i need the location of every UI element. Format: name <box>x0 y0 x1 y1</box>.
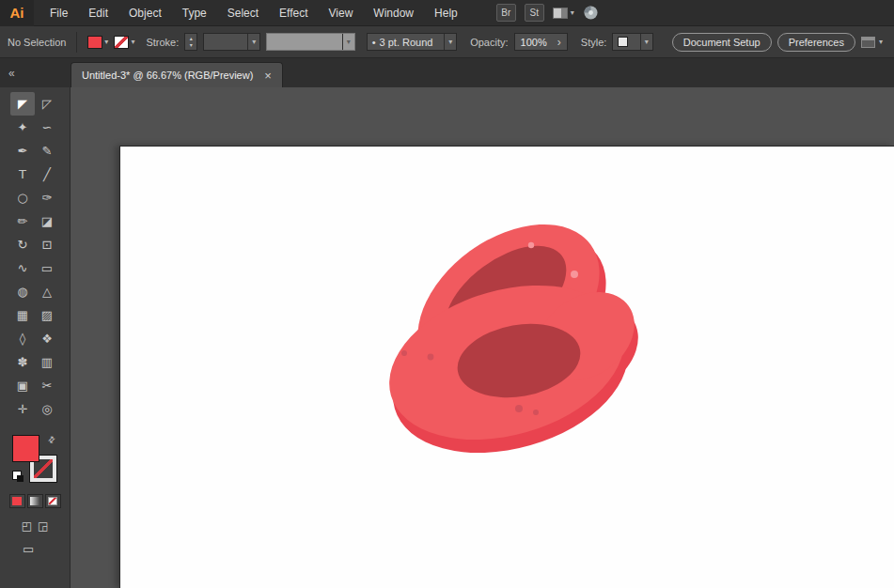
stock-button[interactable]: St <box>525 4 544 22</box>
menu-list: File Edit Object Type Select Effect View… <box>39 0 468 26</box>
base-dot-2 <box>428 354 434 361</box>
color-mode-button[interactable] <box>9 494 25 508</box>
tool-gradient[interactable]: ▨ <box>35 303 59 327</box>
control-panel-menu-icon <box>861 37 875 48</box>
tool-paintbrush[interactable]: ✑ <box>35 186 59 209</box>
tool-eyedropper[interactable]: ◊ <box>10 327 35 350</box>
opacity-field[interactable]: 100% › <box>514 33 568 51</box>
tab-close-icon[interactable]: × <box>264 70 272 82</box>
style-preview-swatch <box>618 37 628 47</box>
stepper-up-icon[interactable]: ▴ <box>190 36 193 42</box>
tool-pen[interactable]: ✒ <box>10 139 35 162</box>
separator <box>76 32 77 53</box>
tool-symbol-sprayer[interactable]: ✽ <box>10 350 35 374</box>
menu-window[interactable]: Window <box>363 0 424 26</box>
screen-mode-icon[interactable]: ▭ <box>23 542 34 556</box>
menu-edit[interactable]: Edit <box>78 0 118 26</box>
menu-effect[interactable]: Effect <box>269 0 318 26</box>
base-dot-3 <box>515 405 523 412</box>
artboard[interactable] <box>119 146 894 588</box>
tool-pencil[interactable]: ✏ <box>10 209 35 233</box>
tool-width[interactable]: ∿ <box>10 256 35 280</box>
tool-magic-wand[interactable]: ✦ <box>10 116 35 139</box>
lid-dot-2 <box>571 271 578 278</box>
chevron-down-icon: ▾ <box>252 39 256 46</box>
tool-perspective-grid[interactable]: △ <box>35 280 59 303</box>
chevron-down-icon: ▾ <box>347 39 351 46</box>
opacity-label: Opacity: <box>470 37 508 48</box>
tool-artboard[interactable]: ▣ <box>10 374 35 397</box>
tool-shape-builder[interactable]: ◍ <box>10 280 35 303</box>
tool-line-segment[interactable]: ╱ <box>35 162 59 186</box>
tool-type[interactable]: T <box>10 162 35 186</box>
draw-behind-icon[interactable]: ◲ <box>38 519 48 533</box>
stroke-color-control[interactable]: ▾ <box>114 36 134 49</box>
style-combobox[interactable]: ▾ <box>612 33 652 51</box>
menu-view[interactable]: View <box>319 0 364 26</box>
gradient-chip <box>30 497 39 505</box>
selection-status: No Selection <box>8 37 66 48</box>
stroke-label: Stroke: <box>146 37 179 48</box>
document-tab-strip: « Untitled-3* @ 66.67% (RGB/Preview) × <box>0 58 894 87</box>
gradient-mode-button[interactable] <box>27 494 43 508</box>
stroke-none-swatch[interactable] <box>114 36 129 49</box>
chevron-down-icon: ▾ <box>131 39 134 46</box>
style-label: Style: <box>581 37 607 48</box>
tool-zoom[interactable]: ◎ <box>35 397 59 421</box>
workspace-switcher[interactable]: ▾ <box>553 8 574 19</box>
draw-normal-icon[interactable]: ◰ <box>22 519 32 533</box>
illustrator-window: Ai File Edit Object Type Select Effect V… <box>0 0 894 588</box>
menu-bar: Ai File Edit Object Type Select Effect V… <box>0 0 894 26</box>
app-bar-cluster: Br St ▾ <box>496 4 599 22</box>
document-setup-button[interactable]: Document Setup <box>672 33 772 52</box>
stroke-weight-stepper[interactable]: ▴ ▾ <box>184 33 197 51</box>
gpu-performance-icon[interactable] <box>583 5 599 21</box>
menu-file[interactable]: File <box>39 0 78 26</box>
tool-slice[interactable]: ✂ <box>35 374 59 397</box>
tool-ellipse[interactable]: ○ <box>10 186 35 209</box>
stepper-down-icon[interactable]: ▾ <box>190 42 193 49</box>
fill-color-swatch[interactable] <box>87 36 102 49</box>
stroke-weight-combobox[interactable]: ▾ <box>203 33 260 51</box>
tool-column-graph[interactable]: ▥ <box>35 350 59 374</box>
fill-stroke-control: ⇄ <box>12 435 57 482</box>
tool-free-transform[interactable]: ▭ <box>35 256 59 280</box>
fill-color-control[interactable]: ▾ <box>87 36 108 49</box>
preferences-button[interactable]: Preferences <box>777 33 855 52</box>
none-mode-button[interactable] <box>45 494 61 508</box>
menu-type[interactable]: Type <box>172 0 217 26</box>
base-dot-4 <box>533 410 539 415</box>
width-profile-combobox-disabled: ▾ <box>266 33 355 51</box>
brush-definition-combobox[interactable]: • 3 pt. Round ▾ <box>367 33 458 51</box>
tool-direct-selection[interactable]: ◸ <box>35 92 59 116</box>
tool-curvature[interactable]: ✎ <box>35 139 59 162</box>
tool-rotate[interactable]: ↻ <box>10 233 35 256</box>
drawing-mode-buttons: ◰ ◲ <box>22 519 49 533</box>
control-panel-menu[interactable]: ▾ <box>861 37 886 48</box>
toolbar-collapse-button[interactable]: « <box>8 67 15 80</box>
default-fill-stroke-icon[interactable] <box>12 471 22 480</box>
artwork-avocado[interactable] <box>372 220 645 464</box>
tool-hand[interactable]: ✛ <box>10 397 35 421</box>
opacity-panel-chevron-icon[interactable]: › <box>557 37 561 48</box>
tool-selection[interactable]: ◤ <box>10 92 35 116</box>
tool-scale[interactable]: ⊡ <box>35 233 59 256</box>
bridge-button[interactable]: Br <box>496 4 516 22</box>
canvas[interactable] <box>71 87 894 588</box>
tool-eraser[interactable]: ◪ <box>35 209 59 233</box>
tool-blend[interactable]: ❖ <box>35 327 59 350</box>
document-tab[interactable]: Untitled-3* @ 66.67% (RGB/Preview) × <box>71 62 283 87</box>
chevron-down-icon: ▾ <box>571 9 574 17</box>
menu-select[interactable]: Select <box>217 0 269 26</box>
tool-lasso[interactable]: ∽ <box>35 116 59 139</box>
tool-mesh[interactable]: ▦ <box>10 303 35 327</box>
chevron-down-icon: ▾ <box>879 39 883 46</box>
chevron-down-icon: ▾ <box>104 39 108 46</box>
fill-proxy-swatch[interactable] <box>12 435 39 462</box>
app-logo: Ai <box>0 0 34 26</box>
tools-panel: ◤ ◸ ✦ ∽ ✒ ✎ T ╱ ○ ✑ ✏ ◪ ↻ ⊡ ∿ ▭ ◍ △ ▦ ▨ <box>0 87 71 588</box>
swap-fill-stroke-icon[interactable]: ⇄ <box>46 434 57 445</box>
tool-grid: ◤ ◸ ✦ ∽ ✒ ✎ T ╱ ○ ✑ ✏ ◪ ↻ ⊡ ∿ ▭ ◍ △ ▦ ▨ <box>10 92 59 421</box>
menu-help[interactable]: Help <box>424 0 468 26</box>
menu-object[interactable]: Object <box>118 0 172 26</box>
